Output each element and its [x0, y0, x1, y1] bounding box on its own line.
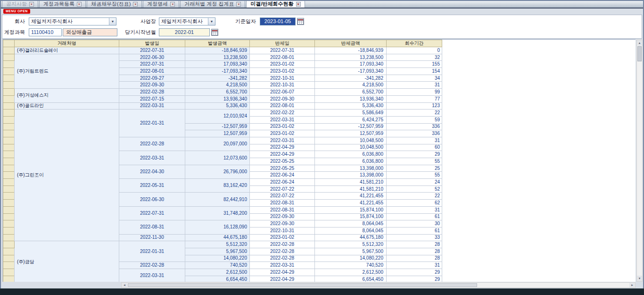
tab-close-icon[interactable]: × — [77, 2, 82, 7]
row-selector[interactable] — [3, 248, 15, 255]
collect-days-cell[interactable]: 30 — [387, 220, 442, 228]
row-selector[interactable] — [3, 200, 15, 207]
occur-amount-cell[interactable]: 14,080,220 — [185, 255, 250, 262]
occur-date-cell[interactable]: 2022-02-28 — [119, 89, 185, 96]
tab-close-icon[interactable]: × — [236, 2, 241, 7]
settle-date-cell[interactable]: 2022-03-31 — [250, 116, 315, 123]
row-selector[interactable] — [3, 82, 15, 89]
settle-date-cell[interactable]: 2022-04-29 — [250, 269, 315, 276]
settle-amount-cell[interactable]: 740,520 — [315, 262, 387, 269]
collect-days-cell[interactable]: 29 — [387, 276, 442, 282]
settle-date-cell[interactable]: 2022-05-25 — [250, 158, 315, 165]
menu-open-button[interactable]: MENU OPEN — [3, 9, 30, 14]
settle-date-cell[interactable]: 2022-07-31 — [250, 47, 315, 54]
settle-date-cell[interactable]: 2022-07-22 — [250, 193, 315, 200]
settle-amount-cell[interactable]: 41,221,455 — [315, 193, 387, 200]
tab-close-icon[interactable]: × — [29, 2, 34, 7]
occur-amount-cell[interactable]: 5,512,320 — [185, 241, 250, 248]
collect-days-cell[interactable]: 99 — [387, 89, 442, 96]
customer-name-cell[interactable]: (주)거성에스지 — [15, 89, 119, 102]
row-selector[interactable] — [3, 255, 15, 262]
collect-days-cell[interactable]: 52 — [387, 185, 442, 193]
row-selector[interactable] — [3, 123, 15, 130]
customer-name-cell[interactable]: (주)금담 — [15, 241, 119, 282]
tab-1[interactable]: 공지사항× — [2, 0, 38, 8]
row-selector[interactable] — [3, 206, 15, 213]
occur-date-cell[interactable]: 2022-01-31 — [119, 241, 185, 262]
occur-amount-cell[interactable]: 13,936,340 — [185, 95, 250, 102]
customer-name-cell[interactable]: (주)갤러리드솔레이 — [15, 47, 119, 54]
row-selector[interactable] — [3, 102, 15, 110]
header-customer[interactable]: 거래처명 — [15, 40, 119, 47]
row-selector[interactable] — [3, 165, 15, 172]
collect-days-cell[interactable]: 59 — [387, 116, 442, 123]
selector-header-cell[interactable] — [3, 40, 15, 47]
row-selector[interactable] — [3, 47, 15, 54]
chevron-down-icon[interactable]: ▼ — [208, 18, 215, 25]
occur-amount-cell[interactable]: 4,218,500 — [185, 82, 250, 89]
header-occur-date[interactable]: 발생일 — [119, 40, 185, 47]
collect-days-cell[interactable]: 28 — [387, 241, 442, 248]
settle-amount-cell[interactable]: 41,581,210 — [315, 179, 387, 186]
occur-amount-cell[interactable]: -17,093,340 — [185, 68, 250, 75]
header-collect-days[interactable]: 회수기간 — [387, 40, 442, 47]
collect-days-cell[interactable]: 60 — [387, 144, 442, 151]
occur-amount-cell[interactable]: 12,073,600 — [185, 151, 250, 165]
collect-days-cell[interactable]: 55 — [387, 172, 442, 179]
collect-days-cell[interactable]: 154 — [387, 68, 442, 75]
occur-date-cell[interactable]: 2022-07-31 — [119, 206, 185, 220]
collect-days-cell[interactable]: 32 — [387, 54, 442, 61]
collect-days-cell[interactable]: 31 — [387, 82, 442, 89]
collect-days-cell[interactable]: 61 — [387, 213, 442, 220]
settle-date-cell[interactable]: 2022-04-29 — [250, 151, 315, 158]
settle-date-cell[interactable]: 2022-05-25 — [250, 165, 315, 172]
settle-amount-cell[interactable]: 6,036,800 — [315, 158, 387, 165]
row-selector[interactable] — [3, 151, 15, 158]
settle-amount-cell[interactable]: 5,586,649 — [315, 110, 387, 117]
settle-amount-cell[interactable]: 5,967,500 — [315, 248, 387, 255]
settle-amount-cell[interactable]: 8,064,045 — [315, 227, 387, 234]
settle-amount-cell[interactable]: 15,874,100 — [315, 213, 387, 220]
row-selector[interactable] — [3, 179, 15, 186]
collect-days-cell[interactable]: 31 — [387, 137, 442, 144]
settle-date-cell[interactable]: 2022-02-28 — [250, 248, 315, 255]
occur-date-cell[interactable]: 2022-06-30 — [119, 193, 185, 206]
horizontal-scroll-thumb[interactable] — [128, 283, 477, 287]
collect-days-cell[interactable]: 123 — [387, 102, 442, 110]
row-selector[interactable] — [3, 68, 15, 75]
settle-amount-cell[interactable]: 4,218,500 — [315, 82, 387, 89]
workplace-select[interactable]: 제일저지주식회사 ▼ — [159, 17, 215, 25]
settle-date-cell[interactable]: 2022-07-22 — [250, 185, 315, 193]
occur-amount-cell[interactable]: 17,093,340 — [185, 61, 250, 68]
collect-days-cell[interactable]: 61 — [387, 227, 442, 234]
settle-date-cell[interactable]: 2022-03-31 — [250, 262, 315, 269]
settle-date-cell[interactable]: 2022-02-28 — [250, 255, 315, 262]
collect-days-cell[interactable]: 336 — [387, 123, 442, 130]
collect-days-cell[interactable]: 22 — [387, 110, 442, 117]
settle-date-cell[interactable]: 2022-10-31 — [250, 75, 315, 82]
occur-amount-cell[interactable]: 2,612,500 — [185, 269, 250, 276]
settle-date-cell[interactable]: 2022-06-07 — [250, 89, 315, 96]
occur-date-cell[interactable]: 2022-09-30 — [119, 82, 185, 89]
settle-date-cell[interactable]: 2023-01-02 — [250, 68, 315, 75]
settle-amount-cell[interactable]: -17,093,340 — [315, 68, 387, 75]
collect-days-cell[interactable]: 25 — [387, 165, 442, 172]
occur-amount-cell[interactable]: 6,654,450 — [185, 276, 250, 282]
settle-amount-cell[interactable]: 13,238,500 — [315, 54, 387, 61]
settle-amount-cell[interactable]: 6,424,275 — [315, 116, 387, 123]
occur-date-cell[interactable]: 2022-05-31 — [119, 179, 185, 193]
collect-days-cell[interactable]: 31 — [387, 206, 442, 213]
collect-days-cell[interactable]: 33 — [387, 234, 442, 241]
settle-amount-cell[interactable]: 13,398,000 — [315, 172, 387, 179]
occur-amount-cell[interactable]: 740,520 — [185, 262, 250, 269]
settle-date-cell[interactable]: 2022-09-30 — [250, 213, 315, 220]
row-selector[interactable] — [3, 220, 15, 228]
row-selector[interactable] — [3, 116, 15, 123]
occur-date-cell[interactable]: 2022-03-31 — [119, 269, 185, 282]
settle-date-cell[interactable]: 2022-08-01 — [250, 54, 315, 61]
row-selector[interactable] — [3, 130, 15, 137]
occur-amount-cell[interactable]: 5,336,430 — [185, 102, 250, 110]
collect-days-cell[interactable]: 24 — [387, 179, 442, 186]
scroll-right-icon[interactable]: ► — [629, 283, 635, 287]
collect-days-cell[interactable]: 55 — [387, 158, 442, 165]
